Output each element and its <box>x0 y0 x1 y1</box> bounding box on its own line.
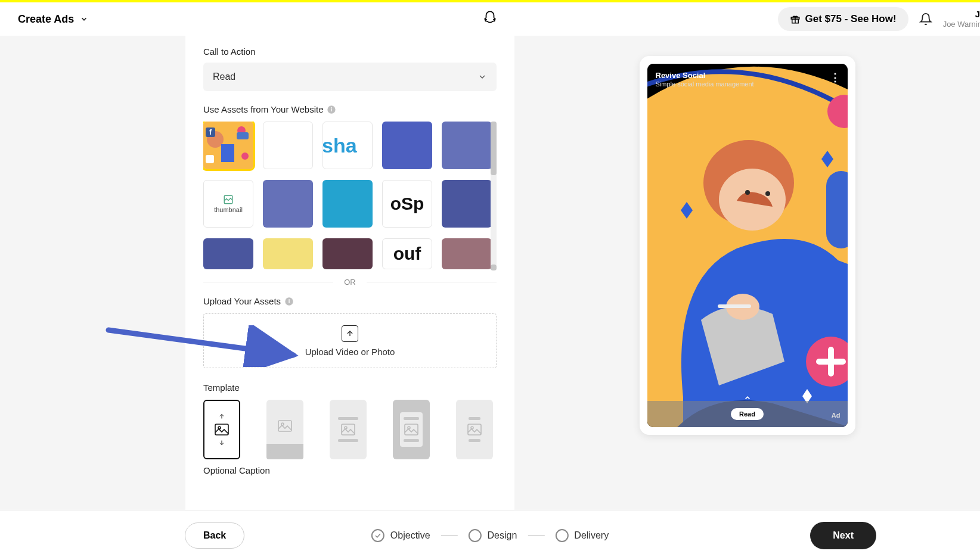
svg-text:i: i <box>331 107 333 113</box>
step-objective[interactable]: Objective <box>371 529 430 542</box>
promo-text: Get $75 - See How! <box>805 13 897 25</box>
or-text: OR <box>344 278 356 287</box>
info-icon[interactable]: i <box>284 297 294 306</box>
cta-value: Read <box>213 71 235 82</box>
step-separator <box>528 535 544 536</box>
circle-icon <box>555 529 568 542</box>
asset-scrollbar-thumb[interactable] <box>491 122 497 175</box>
app-header: Create Ads Get $75 - See How! J Joe Warn… <box>0 2 980 36</box>
promo-button[interactable]: Get $75 - See How! <box>778 7 908 31</box>
asset-thumb-9[interactable]: oSp <box>382 180 432 228</box>
image-icon <box>215 424 229 435</box>
arrow-up-icon <box>346 329 354 338</box>
upload-dropzone[interactable]: Upload Video or Photo <box>203 313 497 368</box>
asset-thumb-6[interactable]: thumbnail <box>203 180 253 228</box>
optional-caption-label: Optional Caption <box>203 465 497 475</box>
user-menu[interactable]: J Joe Warnir <box>943 9 980 30</box>
template-option-4[interactable] <box>393 400 430 459</box>
preview-menu-icon[interactable]: ⋮ <box>830 71 841 84</box>
asset-illustration-icon: f <box>203 122 253 169</box>
bell-icon[interactable] <box>919 13 932 26</box>
svg-rect-13 <box>206 155 214 163</box>
svg-point-33 <box>745 190 750 195</box>
next-button[interactable]: Next <box>810 522 876 549</box>
asset-thumb-13[interactable] <box>322 238 373 269</box>
asset-thumb-1[interactable]: f <box>203 122 253 169</box>
preview-cta-pill[interactable]: Read <box>731 408 764 420</box>
asset-thumb-11[interactable] <box>203 238 253 269</box>
asset-thumb-4[interactable] <box>382 122 432 169</box>
ad-preview: Revive Social Simple social media manage… <box>647 64 848 427</box>
template-option-1[interactable] <box>203 400 240 459</box>
ghost-icon <box>482 10 498 26</box>
cta-select[interactable]: Read <box>203 63 497 91</box>
chevron-down-icon <box>80 15 88 23</box>
back-button[interactable]: Back <box>185 522 244 549</box>
chevron-down-icon <box>477 72 487 82</box>
template-option-3[interactable] <box>330 400 367 459</box>
asset-thumb-3[interactable]: sha <box>322 122 373 169</box>
template-option-2[interactable] <box>266 400 303 459</box>
asset-thumb-12[interactable] <box>263 238 313 269</box>
asset-thumb-7[interactable] <box>263 180 313 228</box>
svg-rect-26 <box>405 424 418 435</box>
template-list <box>203 400 497 459</box>
form-panel: Call to Action Read Use Assets from Your… <box>185 36 514 510</box>
arrow-down-icon <box>218 439 225 446</box>
upload-label: Upload Your Assets <box>203 296 281 306</box>
brand-logo[interactable] <box>482 10 498 28</box>
asset-scroll-area: f sha thumbnail <box>203 122 497 270</box>
asset-thumb-8[interactable] <box>322 180 373 228</box>
upload-text: Upload Video or Photo <box>305 347 395 357</box>
circle-icon <box>469 529 482 542</box>
user-name: Joe Warnir <box>943 20 980 29</box>
check-circle-icon <box>371 529 384 542</box>
svg-rect-19 <box>215 424 228 435</box>
preview-title: Revive Social <box>656 71 706 80</box>
step-indicator: Objective Design Delivery <box>371 529 609 542</box>
footer-bar: Back Objective Design Delivery Next <box>0 510 980 560</box>
preview-area: Revive Social Simple social media manage… <box>514 36 980 510</box>
ad-preview-card: Revive Social Simple social media manage… <box>640 56 855 435</box>
image-icon <box>404 424 418 435</box>
asset-thumb-14[interactable]: ouf <box>382 238 432 269</box>
arrow-up-icon <box>218 413 225 420</box>
check-icon <box>374 532 382 539</box>
preview-bottom-bar: Read Ad <box>647 401 848 427</box>
content-area: Call to Action Read Use Assets from Your… <box>0 36 980 510</box>
assets-label: Use Assets from Your Website <box>203 104 323 114</box>
step-design[interactable]: Design <box>469 529 517 542</box>
svg-rect-39 <box>826 171 848 248</box>
header-title: Create Ads <box>18 13 74 26</box>
svg-point-34 <box>765 191 770 196</box>
asset-thumb-2[interactable] <box>263 122 313 169</box>
asset-scrollbar[interactable] <box>491 122 497 270</box>
asset-thumb-5[interactable] <box>442 122 492 169</box>
image-icon <box>341 424 355 435</box>
svg-text:i: i <box>289 298 290 304</box>
image-icon <box>467 424 482 435</box>
svg-rect-28 <box>468 424 481 435</box>
asset-scrollbar-thumb-bottom[interactable] <box>491 265 497 270</box>
or-divider: OR <box>203 278 497 287</box>
step-delivery[interactable]: Delivery <box>555 529 609 542</box>
broken-image-icon <box>223 194 234 205</box>
template-option-5[interactable] <box>456 400 493 459</box>
svg-rect-36 <box>718 304 751 308</box>
upload-icon <box>342 325 358 342</box>
svg-rect-22 <box>278 421 291 431</box>
asset-thumb-15[interactable] <box>442 238 492 269</box>
svg-rect-10 <box>237 132 249 139</box>
svg-point-12 <box>241 153 249 160</box>
left-spacer <box>0 36 185 510</box>
svg-rect-11 <box>221 144 234 162</box>
preview-illustration <box>647 64 848 427</box>
create-ads-dropdown[interactable]: Create Ads <box>18 13 88 26</box>
preview-subtitle: Simple social media management <box>656 80 754 88</box>
asset-thumb-10[interactable] <box>442 180 492 228</box>
info-icon[interactable]: i <box>327 105 336 114</box>
template-label: Template <box>203 382 497 393</box>
user-letter: J <box>975 9 980 20</box>
gift-icon <box>790 14 801 24</box>
image-icon <box>278 420 292 432</box>
